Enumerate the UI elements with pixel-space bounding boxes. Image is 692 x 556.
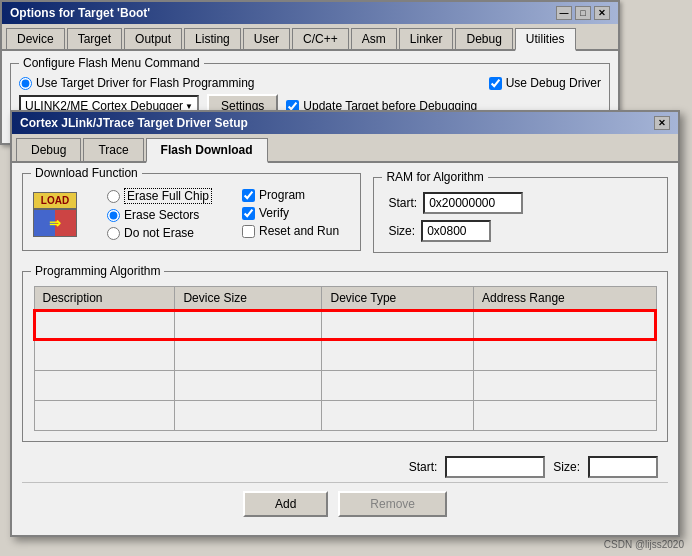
do-not-erase-text: Do not Erase [124, 226, 194, 240]
col-device-size: Device Size [175, 287, 322, 311]
row-description [34, 310, 175, 340]
ram-for-algorithm-group: RAM for Algorithm Start: Size: [373, 177, 668, 253]
radio-erase-sectors[interactable] [107, 209, 120, 222]
radio-use-target-text: Use Target Driver for Flash Programming [36, 76, 255, 90]
remove-button[interactable]: Remove [338, 491, 447, 517]
download-function-title: Download Function [31, 166, 142, 180]
action-buttons: Add Remove [22, 482, 668, 525]
erase-full-chip-text: Erase Full Chip [124, 188, 212, 204]
ram-start-label: Start: [388, 196, 417, 210]
col-description: Description [34, 287, 175, 311]
main-titlebar: Cortex JLink/JTrace Target Driver Setup … [12, 112, 678, 134]
radio-erase-full-chip[interactable] [107, 190, 120, 203]
radio-do-not-erase[interactable] [107, 227, 120, 240]
bg-close-btn[interactable]: ✕ [594, 6, 610, 20]
bg-titlebar-controls: — □ ✕ [556, 6, 610, 20]
bg-tab-target[interactable]: Target [67, 28, 122, 49]
tab-trace[interactable]: Trace [83, 138, 143, 161]
check-use-debug-text: Use Debug Driver [506, 76, 601, 90]
bg-tab-asm[interactable]: Asm [351, 28, 397, 49]
row-description [34, 340, 175, 370]
header-row: Description Device Size Device Type Addr… [34, 287, 656, 311]
algorithm-table: Description Device Size Device Type Addr… [33, 286, 657, 431]
erase-sectors-text: Erase Sectors [124, 208, 199, 222]
bg-tab-device[interactable]: Device [6, 28, 65, 49]
row-device-type [322, 340, 474, 370]
bg-titlebar: Options for Target 'Boot' — □ ✕ [2, 2, 618, 24]
program-option: Program [242, 188, 339, 202]
do-not-erase-option: Do not Erase [107, 226, 212, 240]
programming-algorithm-group: Programming Algorithm Description Device… [22, 271, 668, 442]
table-body [34, 310, 656, 430]
reset-and-run-text: Reset and Run [259, 224, 339, 238]
bottom-size-input[interactable] [588, 456, 658, 478]
main-content: Download Function LOAD ⇒ Erase Full Chip… [12, 163, 678, 535]
load-icon-body: ⇒ [33, 209, 77, 237]
algo-group-title: Programming Algorithm [31, 264, 164, 278]
main-titlebar-controls: ✕ [654, 116, 670, 130]
load-arrow-icon: ⇒ [49, 215, 61, 231]
bg-window-title: Options for Target 'Boot' [10, 6, 150, 20]
row-device-size [175, 310, 322, 340]
tab-debug[interactable]: Debug [16, 138, 81, 161]
table-row[interactable] [34, 310, 656, 340]
check-verify[interactable] [242, 207, 255, 220]
program-text: Program [259, 188, 305, 202]
bg-tab-listing[interactable]: Listing [184, 28, 241, 49]
row-address-range [474, 310, 656, 340]
bg-tab-debug[interactable]: Debug [455, 28, 512, 49]
table-row[interactable] [34, 370, 656, 400]
bg-tab-user[interactable]: User [243, 28, 290, 49]
check-use-debug[interactable] [489, 77, 502, 90]
download-function-group: Download Function LOAD ⇒ Erase Full Chip… [22, 173, 361, 251]
main-tabs: Debug Trace Flash Download [12, 134, 678, 163]
row-device-size [175, 400, 322, 430]
bg-minimize-btn[interactable]: — [556, 6, 572, 20]
row-description [34, 400, 175, 430]
bg-tab-cpp[interactable]: C/C++ [292, 28, 349, 49]
ram-size-label: Size: [388, 224, 415, 238]
row-device-size [175, 370, 322, 400]
watermark-text: CSDN @lijss2020 [604, 539, 684, 550]
ram-size-row: Size: [388, 220, 653, 242]
radio-use-target[interactable] [19, 77, 32, 90]
bottom-start-label: Start: [409, 460, 438, 474]
radio-use-target-label: Use Target Driver for Flash Programming [19, 76, 255, 90]
program-options: Program Verify Reset and Run [242, 188, 339, 238]
reset-and-run-option: Reset and Run [242, 224, 339, 238]
row-address-range [474, 400, 656, 430]
ram-start-row: Start: [388, 192, 653, 214]
add-button[interactable]: Add [243, 491, 328, 517]
table-row[interactable] [34, 340, 656, 370]
main-close-btn[interactable]: ✕ [654, 116, 670, 130]
ram-group-title: RAM for Algorithm [382, 170, 487, 184]
tab-flash-download[interactable]: Flash Download [146, 138, 268, 163]
main-window-title: Cortex JLink/JTrace Target Driver Setup [20, 116, 248, 130]
col-device-type: Device Type [322, 287, 474, 311]
row-description [34, 370, 175, 400]
table-row[interactable] [34, 400, 656, 430]
bg-tab-utilities[interactable]: Utilities [515, 28, 576, 51]
flash-menu-title: Configure Flash Menu Command [19, 56, 204, 70]
col-address-range: Address Range [474, 287, 656, 311]
load-icon: LOAD ⇒ [33, 192, 77, 237]
row-device-type [322, 310, 474, 340]
check-reset-and-run[interactable] [242, 225, 255, 238]
bg-maximize-btn[interactable]: □ [575, 6, 591, 20]
bg-tab-output[interactable]: Output [124, 28, 182, 49]
load-label: LOAD [33, 192, 77, 209]
row-device-type [322, 370, 474, 400]
ram-size-input[interactable] [421, 220, 491, 242]
erase-full-chip-option: Erase Full Chip [107, 188, 212, 204]
row-address-range [474, 340, 656, 370]
row-address-range [474, 370, 656, 400]
table-header: Description Device Size Device Type Addr… [34, 287, 656, 311]
check-program[interactable] [242, 189, 255, 202]
bottom-start-input[interactable] [445, 456, 545, 478]
verify-option: Verify [242, 206, 339, 220]
ram-start-input[interactable] [423, 192, 523, 214]
bottom-size-label: Size: [553, 460, 580, 474]
bg-tabs: Device Target Output Listing User C/C++ … [2, 24, 618, 51]
bg-tab-linker[interactable]: Linker [399, 28, 454, 49]
row-device-type [322, 400, 474, 430]
